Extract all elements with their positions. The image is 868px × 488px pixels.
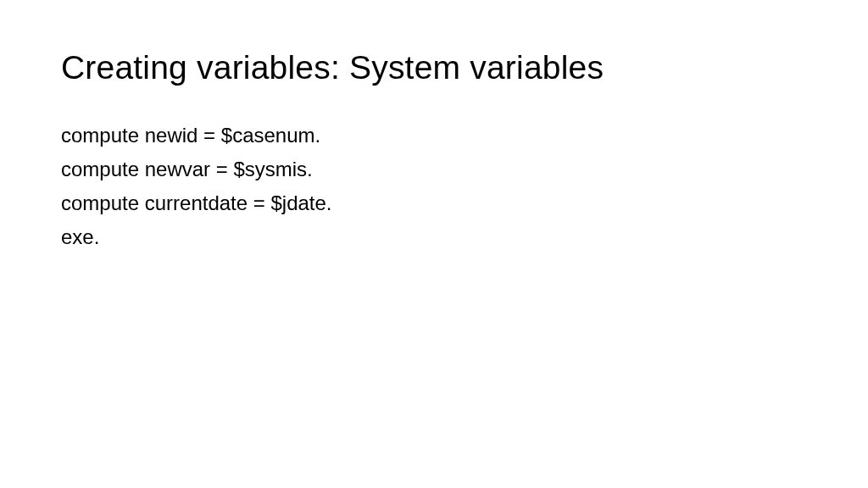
code-line: compute newid = $casenum. xyxy=(61,120,807,151)
slide-title: Creating variables: System variables xyxy=(61,49,807,86)
code-line: compute currentdate = $jdate. xyxy=(61,188,807,219)
slide-body: compute newid = $casenum. compute newvar… xyxy=(61,120,807,252)
code-line: exe. xyxy=(61,222,807,252)
code-line: compute newvar = $sysmis. xyxy=(61,154,807,185)
